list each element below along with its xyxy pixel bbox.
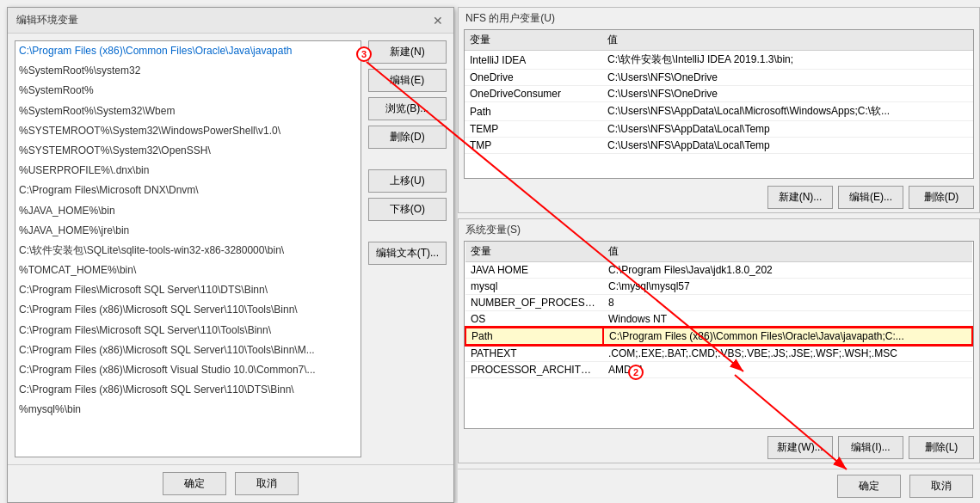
var-name-cell: TEMP <box>465 121 602 138</box>
sys-new-button[interactable]: 新建(W)... <box>767 436 833 459</box>
table-row[interactable]: PROCESSOR_ARCHITECT...AMD64 <box>465 362 972 378</box>
browse-button[interactable]: 浏览(B)... <box>368 97 447 120</box>
var-value-cell: 8 <box>603 295 972 311</box>
system-vars-title: 系统变量(S) <box>459 219 979 241</box>
path-list-item[interactable]: %mysql%\bin <box>15 400 361 420</box>
user-edit-button[interactable]: 编辑(E)... <box>838 186 903 209</box>
var-name-cell: OneDrive <box>465 70 602 86</box>
var-value-cell: C:\Program Files\Java\jdk1.8.0_202 <box>603 262 972 279</box>
var-value-cell: C:\Users\NFS\AppData\Local\Temp <box>602 138 973 154</box>
var-name-cell: IntelliJ IDEA <box>465 51 602 70</box>
table-row[interactable]: JAVA HOMEC:\Program Files\Java\jdk1.8.0_… <box>465 262 972 279</box>
table-row[interactable]: TMPC:\Users\NFS\AppData\Local\Temp <box>465 138 973 154</box>
user-vars-table: 变量 值 IntelliJ IDEAC:\软件安装包\IntelliJ IDEA… <box>465 30 973 154</box>
path-list-item[interactable]: C:\Program Files (x86)\Common Files\Orac… <box>15 41 361 61</box>
edit-button[interactable]: 编辑(E) <box>368 69 447 92</box>
user-delete-button[interactable]: 删除(D) <box>909 186 974 209</box>
user-val-col-header: 值 <box>602 30 973 51</box>
path-list-item[interactable]: C:\Program Files (x86)\Microsoft SQL Ser… <box>15 300 361 320</box>
system-vars-table-container[interactable]: 变量 值 JAVA HOMEC:\Program Files\Java\jdk1… <box>464 241 974 429</box>
user-var-col-header: 变量 <box>465 30 602 51</box>
path-list: C:\Program Files (x86)\Common Files\Orac… <box>15 41 361 420</box>
var-value-cell: C:\Users\NFS\OneDrive <box>602 70 973 86</box>
table-row[interactable]: mysqlC:\mysql\mysql57 <box>465 279 972 295</box>
var-value-cell: C:\软件安装包\IntelliJ IDEA 2019.1.3\bin; <box>602 51 973 70</box>
var-value-cell: C:\mysql\mysql57 <box>603 279 972 295</box>
table-row[interactable]: NUMBER_OF_PROCESSORS8 <box>465 295 972 311</box>
table-row[interactable]: OneDriveConsumerC:\Users\NFS\OneDrive <box>465 86 973 102</box>
sys-edit-button[interactable]: 编辑(I)... <box>838 436 903 459</box>
system-vars-section: 系统变量(S) 变量 值 JAVA HOMEC:\Program Files\J… <box>458 218 980 463</box>
path-list-item[interactable]: %SystemRoot%\System32\Wbem <box>15 101 361 121</box>
dialog-body: C:\Program Files (x86)\Common Files\Orac… <box>8 34 453 464</box>
close-button[interactable]: ✕ <box>431 14 445 28</box>
path-list-container[interactable]: C:\Program Files (x86)\Common Files\Orac… <box>15 40 361 457</box>
user-vars-table-container[interactable]: 变量 值 IntelliJ IDEAC:\软件安装包\IntelliJ IDEA… <box>464 29 974 179</box>
var-name-cell: mysql <box>465 279 603 295</box>
var-name-cell: JAVA HOME <box>465 262 603 279</box>
var-value-cell: AMD64 <box>603 362 972 378</box>
dialog-title-bar: 编辑环境变量 ✕ <box>8 8 453 34</box>
annotation-2: 2 <box>628 365 644 380</box>
var-value-cell: .COM;.EXE;.BAT;.CMD;.VBS;.VBE;.JS;.JSE;.… <box>603 345 972 362</box>
var-value-cell: C:\Users\NFS\AppData\Local\Temp <box>602 121 973 138</box>
var-value-cell: C:\Users\NFS\AppData\Local\Microsoft\Win… <box>602 102 973 121</box>
sys-var-col-header: 变量 <box>465 242 603 262</box>
path-list-item[interactable]: %JAVA_HOME%\jre\bin <box>15 221 361 241</box>
path-list-item[interactable]: %SystemRoot%\system32 <box>15 61 361 81</box>
right-panel-footer: 确定 取消 <box>458 469 980 503</box>
path-list-item[interactable]: C:\Program Files (x86)\Microsoft SQL Ser… <box>15 380 361 400</box>
var-value-cell: C:\Program Files (x86)\Common Files\Orac… <box>603 328 972 345</box>
var-name-cell: PATHEXT <box>465 345 603 362</box>
path-list-item[interactable]: %JAVA_HOME%\bin <box>15 201 361 221</box>
ok-button[interactable]: 确定 <box>163 472 226 495</box>
table-row[interactable]: TEMPC:\Users\NFS\AppData\Local\Temp <box>465 121 973 138</box>
move-down-button[interactable]: 下移(O) <box>368 198 447 221</box>
table-row[interactable]: PathC:\Users\NFS\AppData\Local\Microsoft… <box>465 102 973 121</box>
path-list-item[interactable]: %SystemRoot% <box>15 81 361 101</box>
var-name-cell: NUMBER_OF_PROCESSORS <box>465 295 603 311</box>
var-name-cell: PROCESSOR_ARCHITECT... <box>465 362 603 378</box>
table-row[interactable]: OSWindows NT <box>465 311 972 328</box>
var-name-cell: OneDriveConsumer <box>465 86 602 102</box>
table-row[interactable]: OneDriveC:\Users\NFS\OneDrive <box>465 70 973 86</box>
annotation-3: 3 <box>356 46 372 62</box>
path-list-item[interactable]: C:\Program Files\Microsoft SQL Server\11… <box>15 321 361 340</box>
system-vars-table: 变量 值 JAVA HOMEC:\Program Files\Java\jdk1… <box>465 242 973 378</box>
cancel-button[interactable]: 取消 <box>235 472 299 495</box>
table-row[interactable]: PathC:\Program Files (x86)\Common Files\… <box>465 328 972 345</box>
path-list-item[interactable]: C:\Program Files (x86)\Microsoft Visual … <box>15 360 361 380</box>
var-name-cell: Path <box>465 328 603 345</box>
edit-env-var-dialog: 编辑环境变量 ✕ C:\Program Files (x86)\Common F… <box>7 7 454 503</box>
new-button[interactable]: 新建(N) <box>368 40 447 64</box>
action-buttons-column: 新建(N) 编辑(E) 浏览(B)... 删除(D) 上移(U) 下移(O) 编… <box>368 40 447 457</box>
table-row[interactable]: PATHEXT.COM;.EXE;.BAT;.CMD;.VBS;.VBE;.JS… <box>465 345 972 362</box>
path-list-item[interactable]: C:\Program Files (x86)\Microsoft SQL Ser… <box>15 340 361 360</box>
right-ok-button[interactable]: 确定 <box>837 475 901 498</box>
user-new-button[interactable]: 新建(N)... <box>767 186 833 209</box>
var-name-cell: OS <box>465 311 603 328</box>
sys-val-col-header: 值 <box>603 242 972 262</box>
path-list-item[interactable]: %SYSTEMROOT%\System32\WindowsPowerShell\… <box>15 121 361 141</box>
system-vars-buttons: 新建(W)... 编辑(I)... 删除(L) <box>459 432 979 463</box>
user-vars-buttons: 新建(N)... 编辑(E)... 删除(D) <box>459 182 979 212</box>
move-up-button[interactable]: 上移(U) <box>368 169 447 193</box>
path-list-item[interactable]: %TOMCAT_HOME%\bin\ <box>15 261 361 280</box>
var-value-cell: C:\Users\NFS\OneDrive <box>602 86 973 102</box>
path-list-item[interactable]: %SYSTEMROOT%\System32\OpenSSH\ <box>15 141 361 161</box>
table-row[interactable]: IntelliJ IDEAC:\软件安装包\IntelliJ IDEA 2019… <box>465 51 973 70</box>
var-value-cell: Windows NT <box>603 311 972 328</box>
path-list-item[interactable]: C:\软件安装包\SQLite\sqlite-tools-win32-x86-3… <box>15 241 361 261</box>
dialog-footer: 确定 取消 <box>8 464 453 502</box>
path-list-item[interactable]: C:\Program Files\Microsoft DNX\Dnvm\ <box>15 181 361 200</box>
right-cancel-button[interactable]: 取消 <box>909 475 973 498</box>
user-vars-title: NFS 的用户变量(U) <box>459 8 979 29</box>
edit-text-button[interactable]: 编辑文本(T)... <box>368 242 447 265</box>
delete-button[interactable]: 删除(D) <box>368 126 447 149</box>
path-list-item[interactable]: %USERPROFILE%\.dnx\bin <box>15 161 361 181</box>
dialog-title-text: 编辑环境变量 <box>16 13 78 28</box>
sys-delete-button[interactable]: 删除(L) <box>909 436 974 459</box>
user-vars-section: NFS 的用户变量(U) 变量 值 IntelliJ IDEAC:\软件安装包\… <box>458 7 980 213</box>
var-name-cell: TMP <box>465 138 602 154</box>
path-list-item[interactable]: C:\Program Files\Microsoft SQL Server\11… <box>15 280 361 300</box>
